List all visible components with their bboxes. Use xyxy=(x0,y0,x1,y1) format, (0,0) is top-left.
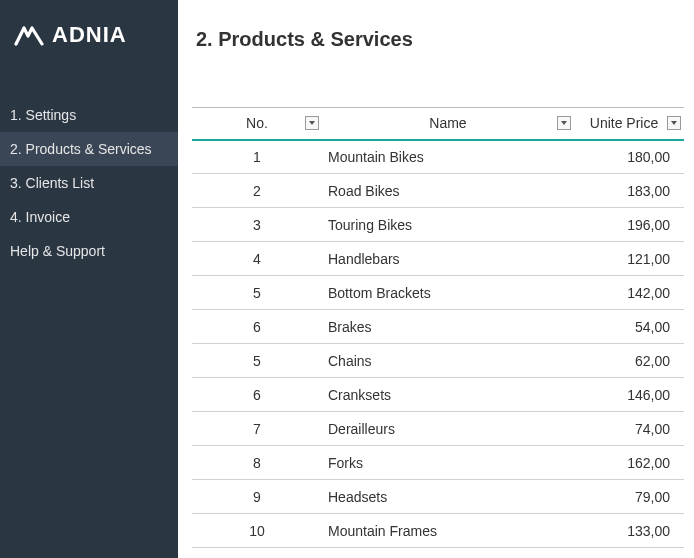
cell-price: 121,00 xyxy=(574,242,684,276)
cell-name: Chains xyxy=(322,344,574,378)
table-row[interactable]: 6Brakes54,00 xyxy=(192,310,684,344)
table-row[interactable]: 1Mountain Bikes180,00 xyxy=(192,140,684,174)
cell-price: 183,00 xyxy=(574,174,684,208)
cell-price: 196,00 xyxy=(574,208,684,242)
cell-price: 79,00 xyxy=(574,480,684,514)
cell-price: 54,00 xyxy=(574,310,684,344)
table-row[interactable]: 3Touring Bikes196,00 xyxy=(192,208,684,242)
cell-price: 133,00 xyxy=(574,514,684,548)
cell-name: Headsets xyxy=(322,480,574,514)
table-row[interactable]: 7Derailleurs74,00 xyxy=(192,412,684,446)
table-row[interactable]: 5Chains62,00 xyxy=(192,344,684,378)
logo: ADNIA xyxy=(0,22,178,98)
main-content: 2. Products & Services No. Name Unite Pr… xyxy=(178,0,694,558)
cell-no: 1 xyxy=(192,140,322,174)
column-header-name[interactable]: Name xyxy=(322,108,574,140)
products-table: No. Name Unite Price 1Mountain Bikes180,… xyxy=(192,107,684,548)
column-header-no-label: No. xyxy=(246,115,268,131)
cell-no: 8 xyxy=(192,446,322,480)
cell-no: 3 xyxy=(192,208,322,242)
cell-no: 5 xyxy=(192,276,322,310)
cell-name: Cranksets xyxy=(322,378,574,412)
logo-icon xyxy=(14,24,44,46)
table-row[interactable]: 10Mountain Frames133,00 xyxy=(192,514,684,548)
sidebar-item-settings[interactable]: 1. Settings xyxy=(0,98,178,132)
cell-name: Brakes xyxy=(322,310,574,344)
cell-no: 2 xyxy=(192,174,322,208)
column-header-price[interactable]: Unite Price xyxy=(574,108,684,140)
table-row[interactable]: 8Forks162,00 xyxy=(192,446,684,480)
sidebar-item-invoice[interactable]: 4. Invoice xyxy=(0,200,178,234)
cell-price: 146,00 xyxy=(574,378,684,412)
column-header-name-label: Name xyxy=(429,115,466,131)
sidebar: ADNIA 1. Settings 2. Products & Services… xyxy=(0,0,178,558)
table-row[interactable]: 6Cranksets146,00 xyxy=(192,378,684,412)
cell-name: Mountain Bikes xyxy=(322,140,574,174)
cell-name: Bottom Brackets xyxy=(322,276,574,310)
column-header-price-label: Unite Price xyxy=(590,115,658,131)
page-title: 2. Products & Services xyxy=(192,28,684,51)
table-header-row: No. Name Unite Price xyxy=(192,108,684,140)
sidebar-item-help-support[interactable]: Help & Support xyxy=(0,234,178,268)
cell-price: 74,00 xyxy=(574,412,684,446)
filter-dropdown-icon[interactable] xyxy=(667,116,681,130)
cell-name: Mountain Frames xyxy=(322,514,574,548)
table-body: 1Mountain Bikes180,00 2Road Bikes183,00 … xyxy=(192,140,684,548)
brand-text: ADNIA xyxy=(52,22,127,48)
cell-name: Forks xyxy=(322,446,574,480)
cell-no: 7 xyxy=(192,412,322,446)
table-row[interactable]: 9Headsets79,00 xyxy=(192,480,684,514)
cell-name: Handlebars xyxy=(322,242,574,276)
cell-name: Road Bikes xyxy=(322,174,574,208)
cell-no: 6 xyxy=(192,310,322,344)
cell-no: 6 xyxy=(192,378,322,412)
sidebar-nav: 1. Settings 2. Products & Services 3. Cl… xyxy=(0,98,178,268)
sidebar-item-products-services[interactable]: 2. Products & Services xyxy=(0,132,178,166)
table-row[interactable]: 4Handlebars121,00 xyxy=(192,242,684,276)
column-header-no[interactable]: No. xyxy=(192,108,322,140)
filter-dropdown-icon[interactable] xyxy=(557,116,571,130)
table-row[interactable]: 2Road Bikes183,00 xyxy=(192,174,684,208)
cell-price: 180,00 xyxy=(574,140,684,174)
cell-price: 62,00 xyxy=(574,344,684,378)
cell-no: 10 xyxy=(192,514,322,548)
cell-no: 9 xyxy=(192,480,322,514)
cell-name: Derailleurs xyxy=(322,412,574,446)
filter-dropdown-icon[interactable] xyxy=(305,116,319,130)
table-row[interactable]: 5Bottom Brackets142,00 xyxy=(192,276,684,310)
cell-no: 5 xyxy=(192,344,322,378)
cell-price: 142,00 xyxy=(574,276,684,310)
cell-name: Touring Bikes xyxy=(322,208,574,242)
cell-price: 162,00 xyxy=(574,446,684,480)
cell-no: 4 xyxy=(192,242,322,276)
sidebar-item-clients-list[interactable]: 3. Clients List xyxy=(0,166,178,200)
